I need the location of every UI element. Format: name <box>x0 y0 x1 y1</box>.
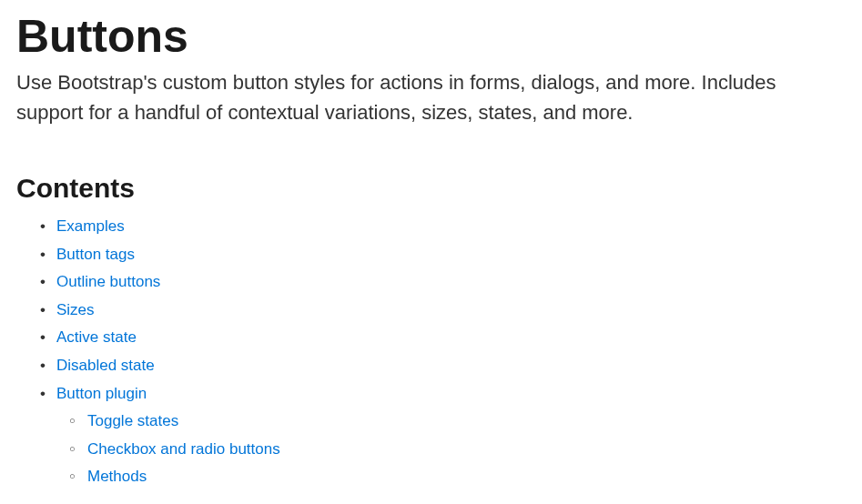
toc-item: Examples <box>56 213 846 241</box>
page-title: Buttons <box>16 9 846 64</box>
toc-link-sizes[interactable]: Sizes <box>56 301 95 318</box>
toc-item: Outline buttons <box>56 268 846 297</box>
toc-link-methods[interactable]: Methods <box>87 468 147 485</box>
toc-subitem: Methods <box>87 463 846 491</box>
contents-heading: Contents <box>16 173 846 204</box>
toc-item: Sizes <box>56 297 846 325</box>
toc-link-checkbox-radio[interactable]: Checkbox and radio buttons <box>87 440 280 458</box>
toc-item: Disabled state <box>56 352 846 380</box>
toc-link-button-tags[interactable]: Button tags <box>56 246 135 263</box>
toc-link-button-plugin[interactable]: Button plugin <box>56 385 147 402</box>
toc-item: Active state <box>56 324 846 352</box>
toc-nested-list: Toggle states Checkbox and radio buttons… <box>56 408 846 491</box>
toc-subitem: Toggle states <box>87 408 846 436</box>
toc-subitem: Checkbox and radio buttons <box>87 436 846 464</box>
toc-link-toggle-states[interactable]: Toggle states <box>87 412 178 429</box>
table-of-contents: Examples Button tags Outline buttons Siz… <box>16 213 846 491</box>
page-subtitle: Use Bootstrap's custom button styles for… <box>16 67 846 127</box>
toc-item: Button tags <box>56 241 846 269</box>
toc-link-examples[interactable]: Examples <box>56 217 125 235</box>
toc-link-outline-buttons[interactable]: Outline buttons <box>56 273 160 290</box>
toc-link-disabled-state[interactable]: Disabled state <box>56 357 155 374</box>
toc-item: Button plugin Toggle states Checkbox and… <box>56 380 846 491</box>
toc-link-active-state[interactable]: Active state <box>56 328 137 346</box>
